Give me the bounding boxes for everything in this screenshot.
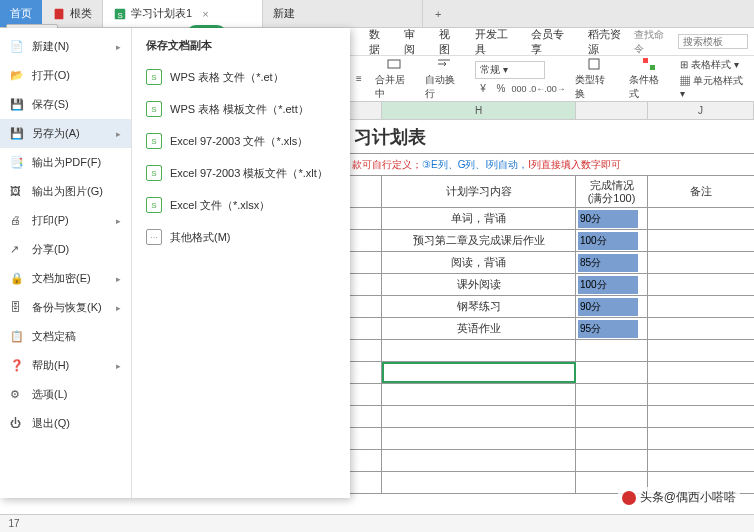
header-note: 备注 — [648, 176, 754, 207]
menu-item-icon: 🔒 — [10, 272, 24, 286]
cell-score[interactable]: 85分 — [576, 252, 648, 273]
save-format-5[interactable]: ⋯其他格式(M) — [140, 221, 342, 253]
row-number-17[interactable]: 17 — [4, 518, 24, 529]
svg-rect-6 — [388, 60, 400, 68]
chevron-right-icon: ▸ — [116, 274, 121, 284]
conditional-format-button[interactable]: 条件格式 — [625, 54, 672, 103]
table-row[interactable]: 阅读，背诵85分 — [350, 252, 754, 274]
decimal-inc-icon[interactable]: .0← — [529, 81, 545, 97]
header-plan: 计划学习内容 — [382, 176, 576, 207]
file-menu-item-7[interactable]: ↗分享(D) — [0, 235, 131, 264]
cell-note[interactable] — [648, 318, 754, 339]
table-style-button[interactable]: ⊞ 表格样式 ▾ — [680, 58, 739, 72]
file-menu-item-8[interactable]: 🔒文档加密(E)▸ — [0, 264, 131, 293]
sheet-title: 习计划表 — [350, 125, 426, 149]
cell-plan[interactable]: 阅读，背诵 — [382, 252, 576, 273]
merge-center-button[interactable]: 合并居中 — [371, 54, 417, 103]
cell-plan[interactable]: 课外阅读 — [382, 274, 576, 295]
chevron-right-icon: ▸ — [116, 129, 121, 139]
file-menu-item-13[interactable]: ⏻退出(Q) — [0, 409, 131, 438]
cell-plan[interactable]: 单词，背诵 — [382, 208, 576, 229]
cell-score[interactable]: 100分 — [576, 230, 648, 251]
file-menu-list: 📄新建(N)▸📂打开(O)💾保存(S)💾另存为(A)▸📑输出为PDF(F)🖼输出… — [0, 28, 132, 498]
table-row[interactable]: 钢琴练习90分 — [350, 296, 754, 318]
format-icon: S — [146, 101, 162, 117]
svg-rect-0 — [55, 8, 64, 19]
cell-score[interactable]: 90分 — [576, 296, 648, 317]
tab-add-button[interactable]: + — [423, 0, 453, 27]
percent-icon[interactable]: % — [493, 81, 509, 97]
cell-note[interactable] — [648, 296, 754, 317]
file-menu-item-11[interactable]: ❓帮助(H)▸ — [0, 351, 131, 380]
cell-plan[interactable]: 预习第二章及完成课后作业 — [382, 230, 576, 251]
file-menu-item-10[interactable]: 📋文档定稿 — [0, 322, 131, 351]
tab-home[interactable]: 首页 — [0, 0, 42, 27]
cell-plan[interactable]: 钢琴练习 — [382, 296, 576, 317]
cell-note[interactable] — [648, 274, 754, 295]
file-menu-item-12[interactable]: ⚙选项(L) — [0, 380, 131, 409]
close-icon[interactable]: × — [202, 8, 208, 20]
table-row[interactable] — [350, 406, 754, 428]
tab-second[interactable]: 根类 — [42, 0, 103, 27]
cell-note[interactable] — [648, 230, 754, 251]
table-row[interactable]: 预习第二章及完成课后作业100分 — [350, 230, 754, 252]
type-convert-button[interactable]: 类型转换 — [571, 54, 618, 103]
save-format-1[interactable]: SWPS 表格 模板文件（*.ett） — [140, 93, 342, 125]
align-icon[interactable]: ≡ — [351, 71, 366, 87]
file-menu-item-1[interactable]: 📂打开(O) — [0, 61, 131, 90]
table-row[interactable] — [350, 384, 754, 406]
number-format-select[interactable]: 常规 ▾ — [475, 61, 545, 79]
menu-item-icon: 📂 — [10, 69, 24, 83]
save-format-3[interactable]: SExcel 97-2003 模板文件（*.xlt） — [140, 157, 342, 189]
save-format-2[interactable]: SExcel 97-2003 文件（*.xls） — [140, 125, 342, 157]
chevron-right-icon: ▸ — [116, 216, 121, 226]
table-row[interactable] — [350, 340, 754, 362]
menu-item-icon: ↗ — [10, 243, 24, 257]
table-row[interactable] — [350, 450, 754, 472]
table-row-selected[interactable] — [350, 362, 754, 384]
menu-item-icon: 🖨 — [10, 214, 24, 228]
format-icon: S — [146, 165, 162, 181]
file-menu-item-5[interactable]: 🖼输出为图片(G) — [0, 177, 131, 206]
save-format-4[interactable]: SExcel 文件（*.xlsx） — [140, 189, 342, 221]
hint-row: 款可自行定义； ③E列、G列、I列自动， I列直接填入数字即可 — [350, 154, 754, 176]
cell-note[interactable] — [648, 208, 754, 229]
auto-wrap-button[interactable]: 自动换行 — [421, 54, 467, 103]
file-menu-item-2[interactable]: 💾保存(S) — [0, 90, 131, 119]
currency-icon[interactable]: ¥ — [475, 81, 491, 97]
watermark-icon — [622, 491, 636, 505]
chevron-right-icon: ▸ — [116, 303, 121, 313]
column-headers: H J — [350, 102, 754, 120]
file-menu-item-6[interactable]: 🖨打印(P)▸ — [0, 206, 131, 235]
file-menu-item-9[interactable]: 🗄备份与恢复(K)▸ — [0, 293, 131, 322]
file-menu-item-0[interactable]: 📄新建(N)▸ — [0, 32, 131, 61]
format-icon: S — [146, 69, 162, 85]
status-bar: 17 — [0, 514, 754, 532]
comma-icon[interactable]: 000 — [511, 81, 527, 97]
col-header-j[interactable]: J — [648, 102, 754, 119]
cell-score[interactable]: 90分 — [576, 208, 648, 229]
cell-style-button[interactable]: ▦ 单元格样式 ▾ — [680, 74, 748, 99]
cell-note[interactable] — [648, 252, 754, 273]
table-row[interactable] — [350, 428, 754, 450]
table-row[interactable]: 课外阅读100分 — [350, 274, 754, 296]
cell-score[interactable]: 95分 — [576, 318, 648, 339]
ribbon-tab-vip[interactable]: 会员专享 — [531, 25, 574, 59]
save-format-0[interactable]: SWPS 表格 文件（*.et） — [140, 61, 342, 93]
watermark: 头条@偶西小嗒嗒 — [618, 487, 740, 508]
ribbon-tab-dev[interactable]: 开发工具 — [475, 25, 518, 59]
cell-plan[interactable]: 英语作业 — [382, 318, 576, 339]
file-menu-item-4[interactable]: 📑输出为PDF(F) — [0, 148, 131, 177]
menu-item-icon: 💾 — [10, 127, 24, 141]
search-input[interactable] — [678, 34, 748, 49]
decimal-dec-icon[interactable]: .00→ — [547, 81, 563, 97]
col-header-h[interactable]: H — [382, 102, 576, 119]
file-menu-panel: 📄新建(N)▸📂打开(O)💾保存(S)💾另存为(A)▸📑输出为PDF(F)🖼输出… — [0, 28, 350, 498]
cell-score[interactable]: 100分 — [576, 274, 648, 295]
table-row[interactable]: 单词，背诵90分 — [350, 208, 754, 230]
table-row[interactable]: 英语作业95分 — [350, 318, 754, 340]
tab-active-document[interactable]: S 学习计划表1 × — [103, 0, 263, 27]
tab-new[interactable]: 新建 — [263, 0, 423, 27]
file-menu-item-3[interactable]: 💾另存为(A)▸ — [0, 119, 131, 148]
search-command-hint[interactable]: 查找命令 — [634, 28, 672, 56]
